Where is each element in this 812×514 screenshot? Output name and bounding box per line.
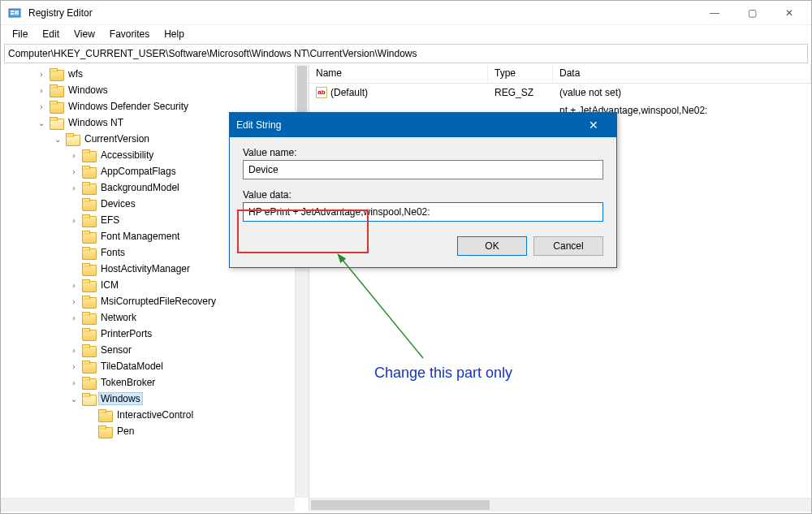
folder-icon xyxy=(82,296,95,307)
folder-icon xyxy=(98,409,111,421)
edit-string-dialog: Edit String ✕ Value name: Value data: OK… xyxy=(229,112,617,268)
dialog-title-bar[interactable]: Edit String ✕ xyxy=(230,113,616,137)
menu-file[interactable]: File xyxy=(6,27,34,41)
registry-editor-window: Registry Editor — ▢ ✕ File Edit View Fav… xyxy=(0,0,812,514)
app-icon xyxy=(7,6,22,20)
dialog-close-button[interactable]: ✕ xyxy=(577,113,610,137)
annotation-text: Change this part only xyxy=(374,365,512,382)
folder-open-icon xyxy=(82,393,95,404)
tree-node-icm[interactable]: ›ICM xyxy=(4,277,309,293)
column-name[interactable]: Name xyxy=(309,64,488,83)
tree-node-sensor[interactable]: ›Sensor xyxy=(4,342,309,358)
svg-rect-1 xyxy=(11,11,14,12)
tree-node-wfs[interactable]: ›wfs xyxy=(4,66,309,82)
tree-node-windows[interactable]: ›Windows xyxy=(4,82,309,98)
tree-node-windows-selected[interactable]: ⌄Windows xyxy=(4,391,309,407)
menu-help[interactable]: Help xyxy=(158,27,191,41)
tree-node-pen[interactable]: ›Pen xyxy=(4,423,309,439)
folder-icon xyxy=(50,101,63,112)
minimize-button[interactable]: — xyxy=(696,1,733,25)
title-bar: Registry Editor — ▢ ✕ xyxy=(1,1,811,25)
folder-icon xyxy=(82,214,95,226)
folder-icon xyxy=(50,68,63,80)
column-type[interactable]: Type xyxy=(488,64,553,83)
menu-favorites[interactable]: Favorites xyxy=(103,27,156,41)
folder-icon xyxy=(82,198,95,209)
cancel-button[interactable]: Cancel xyxy=(533,236,603,256)
address-bar[interactable]: Computer\HKEY_CURRENT_USER\Software\Micr… xyxy=(4,44,808,63)
folder-icon xyxy=(82,231,95,242)
folder-icon xyxy=(82,149,95,161)
string-value-icon: ab xyxy=(316,87,327,98)
folder-icon xyxy=(82,263,95,274)
chevron-down-icon[interactable]: ⌄ xyxy=(53,135,63,144)
menu-edit[interactable]: Edit xyxy=(36,27,66,41)
tree-node-tiledatamodel[interactable]: ›TileDataModel xyxy=(4,358,309,374)
folder-icon xyxy=(82,361,95,372)
tree-horizontal-scrollbar[interactable] xyxy=(1,498,295,512)
window-title: Registry Editor xyxy=(28,7,93,19)
svg-rect-3 xyxy=(15,11,19,15)
ok-button[interactable]: OK xyxy=(457,236,527,256)
tree-node-printerports[interactable]: ›PrinterPorts xyxy=(4,326,309,342)
maximize-button[interactable]: ▢ xyxy=(733,1,771,25)
value-name-label: Value name: xyxy=(243,147,297,158)
menu-bar: File Edit View Favorites Help xyxy=(1,25,811,43)
folder-icon xyxy=(82,344,95,356)
folder-icon xyxy=(82,328,95,339)
tree-node-tokenbroker[interactable]: ›TokenBroker xyxy=(4,374,309,391)
chevron-down-icon[interactable]: ⌄ xyxy=(69,395,79,404)
tree-node-interactivecontrol[interactable]: ›InteractiveControl xyxy=(4,407,309,423)
folder-icon xyxy=(82,312,95,323)
folder-icon xyxy=(82,166,95,177)
folder-icon xyxy=(82,247,95,258)
list-horizontal-scrollbar[interactable] xyxy=(309,498,811,512)
list-header: Name Type Data xyxy=(309,64,811,84)
folder-icon xyxy=(98,425,111,437)
folder-icon xyxy=(82,182,95,193)
tree-node-msicorrupted[interactable]: ›MsiCorruptedFileRecovery xyxy=(4,293,309,309)
close-button[interactable]: ✕ xyxy=(771,1,808,25)
svg-rect-2 xyxy=(11,13,14,15)
folder-icon xyxy=(82,279,95,291)
value-row[interactable]: ab(Default) REG_SZ (value not set) xyxy=(309,84,811,102)
value-data-label: Value data: xyxy=(243,189,292,201)
value-data-field[interactable] xyxy=(243,202,603,222)
column-data[interactable]: Data xyxy=(553,64,811,83)
dialog-title: Edit String xyxy=(236,119,281,131)
value-name-field[interactable] xyxy=(243,160,603,179)
address-text: Computer\HKEY_CURRENT_USER\Software\Micr… xyxy=(8,48,417,59)
tree-node-network[interactable]: ›Network xyxy=(4,309,309,326)
chevron-down-icon[interactable]: ⌄ xyxy=(37,119,46,127)
folder-icon xyxy=(82,377,95,388)
folder-icon xyxy=(50,84,63,96)
folder-open-icon xyxy=(66,133,79,145)
menu-view[interactable]: View xyxy=(67,27,102,41)
folder-open-icon xyxy=(50,117,63,128)
